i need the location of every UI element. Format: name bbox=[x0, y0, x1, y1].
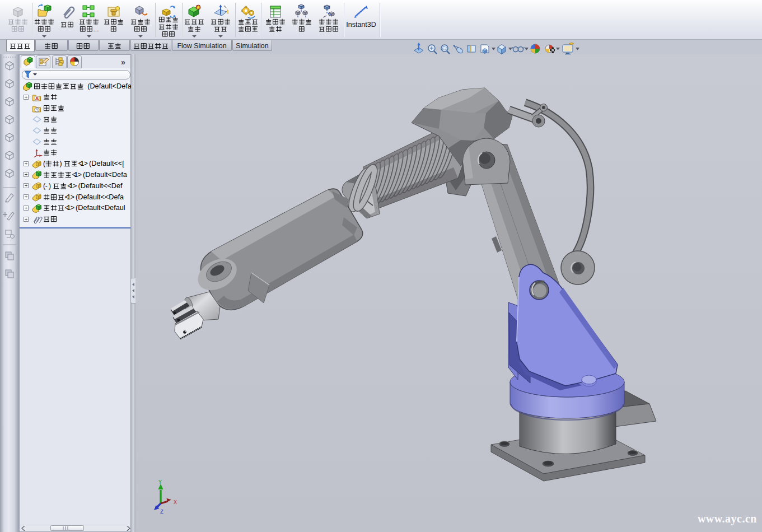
svg-text:): ) bbox=[49, 183, 51, 190]
svg-text:): ) bbox=[60, 160, 62, 167]
svg-text:>: > bbox=[73, 183, 77, 190]
svg-text:>: > bbox=[78, 171, 82, 179]
svg-text:>: > bbox=[71, 194, 74, 201]
svg-text:>: > bbox=[84, 160, 88, 167]
svg-text:-: - bbox=[45, 183, 48, 190]
svg-text:X: X bbox=[174, 500, 177, 506]
svg-text:>: > bbox=[71, 204, 74, 212]
svg-text:Y: Y bbox=[158, 479, 162, 486]
svg-text:(: ( bbox=[43, 160, 45, 167]
svg-text:Z: Z bbox=[160, 509, 163, 515]
